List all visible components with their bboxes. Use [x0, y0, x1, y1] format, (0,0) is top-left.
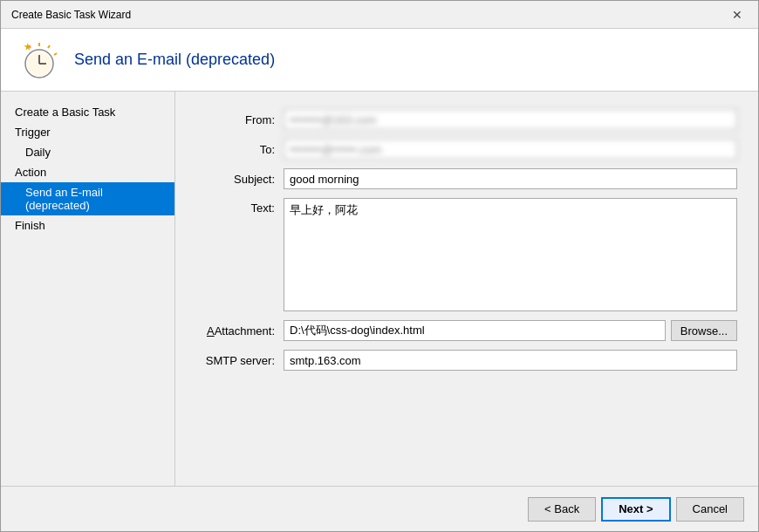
task-icon — [20, 41, 58, 79]
sidebar-item[interactable]: Trigger — [1, 122, 174, 142]
sidebar-item[interactable]: Action — [1, 162, 174, 182]
content: Create a Basic TaskTriggerDailyActionSen… — [1, 92, 758, 486]
text-label: Text: — [196, 198, 284, 215]
title-bar-text: Create Basic Task Wizard — [11, 9, 131, 21]
subject-input[interactable] — [284, 168, 737, 189]
back-button[interactable]: < Back — [528, 497, 596, 522]
browse-button[interactable]: Browse... — [671, 320, 737, 341]
to-label: To: — [196, 143, 284, 156]
attachment-input[interactable] — [284, 320, 666, 341]
svg-line-2 — [54, 53, 57, 55]
subject-row: Subject: — [196, 168, 737, 189]
sidebar: Create a Basic TaskTriggerDailyActionSen… — [1, 92, 175, 486]
to-input[interactable] — [284, 139, 737, 160]
cancel-button[interactable]: Cancel — [676, 497, 744, 522]
dialog: Create Basic Task Wizard ✕ — [0, 0, 759, 532]
sidebar-item[interactable]: Create a Basic Task — [1, 102, 174, 122]
text-row: Text: 早上好，阿花 — [196, 198, 737, 311]
close-button[interactable]: ✕ — [727, 7, 748, 23]
title-bar: Create Basic Task Wizard ✕ — [1, 1, 758, 29]
footer: < Back Next > Cancel — [1, 486, 758, 531]
from-label: From: — [196, 113, 284, 126]
from-row: From: — [196, 109, 737, 130]
sidebar-item[interactable]: Daily — [1, 142, 174, 162]
sidebar-item[interactable]: Send an E-mail (deprecated) — [1, 182, 174, 215]
attachment-label: AAttachment: — [196, 324, 284, 338]
from-input[interactable] — [284, 109, 737, 130]
main-form: From: To: Subject: Text: 早上好，阿花 AAttac — [175, 92, 758, 486]
header-title: Send an E-mail (deprecated) — [74, 51, 275, 69]
smtp-label: SMTP server: — [196, 354, 284, 367]
attachment-row: AAttachment: Browse... — [196, 320, 737, 341]
header: Send an E-mail (deprecated) — [1, 29, 758, 92]
sidebar-item[interactable]: Finish — [1, 215, 174, 235]
smtp-input[interactable] — [284, 350, 737, 371]
subject-label: Subject: — [196, 173, 284, 186]
smtp-row: SMTP server: — [196, 350, 737, 371]
next-button[interactable]: Next > — [601, 497, 670, 522]
to-row: To: — [196, 139, 737, 160]
svg-line-1 — [48, 45, 50, 48]
header-icon — [18, 39, 60, 81]
text-input[interactable]: 早上好，阿花 — [284, 198, 737, 311]
